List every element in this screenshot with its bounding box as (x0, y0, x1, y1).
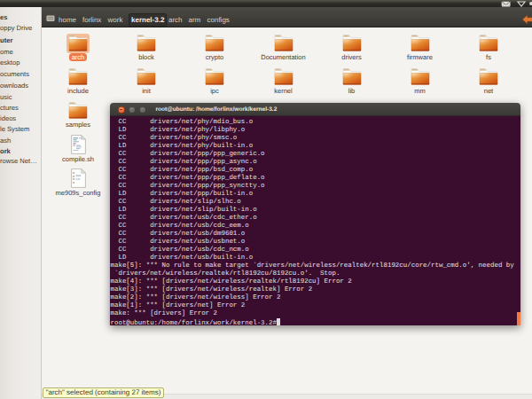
svg-text:Lin: Lin (75, 176, 80, 180)
